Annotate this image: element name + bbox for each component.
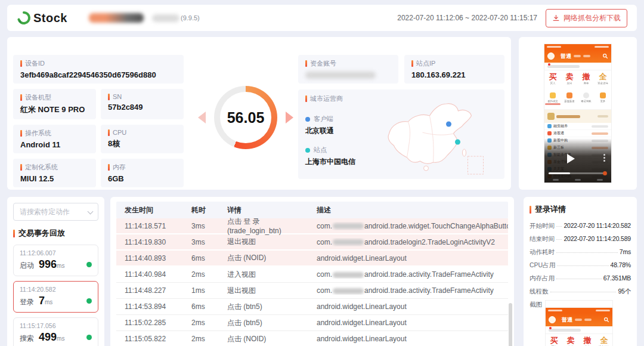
table-body: 11:14:18.571 3ms 点击 登 录(trade_login_btn)…: [116, 218, 508, 346]
table-row[interactable]: 11:14:19.830 3ms 退出视图 com.android.tradel…: [116, 234, 508, 251]
video-overlay: [544, 138, 611, 183]
menu-icon: [547, 124, 552, 128]
accent-bar: [411, 60, 413, 67]
phone-account-row: [544, 63, 611, 70]
phone-app-header: 普通: [544, 50, 611, 63]
gauge-prev-arrow[interactable]: [198, 112, 206, 123]
transaction-card[interactable]: 11:14:20.582 登录 7 ms: [13, 281, 98, 313]
redacted-package-segment: [333, 272, 364, 278]
accent-bar: [108, 164, 110, 171]
accent-bar: [108, 129, 110, 136]
transaction-duration: 7: [39, 295, 45, 307]
info-label: 设备机型: [25, 93, 51, 102]
device-info-card: 设备机型 红米 NOTE 9 PRO: [13, 89, 96, 119]
action-search-input[interactable]: [13, 203, 98, 221]
site-operator-value: 上海市中国电信: [305, 157, 355, 167]
table-row[interactable]: 11:15:02.285 2ms 点击 (btn5) android.widge…: [116, 315, 508, 331]
client-dot-icon: [305, 117, 310, 122]
gauge-next-arrow[interactable]: [286, 112, 293, 123]
transaction-list: 11:12:06.007 启动 996 ms 11:14:20.582 登录 7…: [13, 245, 98, 346]
table-row[interactable]: 11:15:05.822 2ms 点击 (NOID) android.widge…: [116, 331, 508, 346]
info-value: 180.163.69.221: [411, 70, 497, 79]
session-time-range: 2022-07-20 11:12:06 ~ 2022-07-20 11:15:1…: [397, 14, 537, 22]
info-value: 57b2c849: [108, 103, 177, 112]
phone-action: 全 资金持仓: [596, 334, 612, 346]
progress-handle[interactable]: [603, 171, 607, 175]
event-description: com.android.tradelogin2.TradeLoginActivi…: [308, 238, 508, 246]
info-label: 站点IP: [416, 59, 435, 68]
phone-status-bar: [544, 44, 611, 50]
event-cost: 3ms: [183, 222, 219, 230]
event-time: 11:14:48.227: [116, 286, 183, 295]
video-progress-bar[interactable]: [549, 172, 605, 174]
redacted-package-segment: [333, 223, 364, 229]
event-description: android.widget.LinearLayout: [308, 302, 508, 311]
event-time: 11:14:40.893: [116, 254, 183, 262]
detail-row: 线程数 95个: [530, 288, 631, 296]
duration-unit: ms: [57, 335, 64, 342]
detail-row: 动作耗时 7ms: [530, 248, 631, 257]
detail-label: 线程数: [530, 288, 549, 296]
info-value: 红米 NOTE 9 PRO: [20, 104, 89, 115]
accent-bar: [13, 230, 15, 237]
phone-menu-item: 融资融券: [544, 123, 611, 130]
event-description: com.android.trade.activity.TradeFrameAct…: [308, 270, 508, 279]
event-cost: 3ms: [183, 238, 219, 246]
event-detail: 点击 (NOID): [219, 253, 308, 263]
coin-icon: [547, 113, 555, 120]
event-description: android.widget.LinearLayout: [308, 254, 508, 262]
table-row[interactable]: 11:14:53.894 6ms 点击 (btn5) android.widge…: [116, 299, 508, 315]
phone-account-row: [546, 326, 612, 334]
phone-tool: 委托成交: [544, 91, 561, 109]
detail-value: 67.351MB: [603, 274, 631, 282]
client-operator: 客户端 北京联通: [305, 115, 355, 136]
site-ip-card: 站点IP 180.163.69.221: [404, 55, 504, 84]
table-header: 发生时间 耗时 详情 描述: [116, 202, 508, 218]
phone-menu-item: 港股通: [544, 130, 611, 137]
table-row[interactable]: 11:14:40.893 6ms 点击 (NOID) android.widge…: [116, 251, 508, 267]
more-options-icon[interactable]: [603, 154, 605, 163]
info-value: MIUI 12.5: [20, 174, 89, 183]
network-capture-download-button[interactable]: 网络抓包分析下载: [546, 9, 627, 27]
tool-icon: [550, 92, 556, 98]
transaction-time: 11:14:20.582: [20, 286, 92, 293]
search-icon: [602, 53, 608, 59]
event-cost: 2ms: [183, 270, 219, 279]
phone-action: 买 买入: [546, 334, 562, 346]
table-row[interactable]: 11:14:40.984 2ms 进入视图 com.android.trade.…: [116, 267, 508, 283]
fund-account-card: 资金账号: [298, 55, 398, 84]
event-cost: 2ms: [183, 319, 219, 327]
client-location-dot: [446, 122, 451, 127]
event-detail: 点击 登 录(trade_login_btn): [219, 217, 308, 235]
logo-text: Stock: [33, 11, 67, 25]
app-version: (9.9.5): [181, 14, 200, 21]
phone-status-bar: [546, 308, 612, 313]
event-time: 11:14:40.984: [116, 270, 183, 279]
detail-row: 内存占用 67.351MB: [530, 274, 631, 283]
transaction-playback-panel: 交易事务回放 11:12:06.007 启动 996 ms 11:14:20.5…: [7, 197, 104, 346]
play-icon[interactable]: [567, 154, 575, 163]
table-row[interactable]: 11:14:18.571 3ms 点击 登 录(trade_login_btn)…: [116, 218, 508, 234]
stock-logo-icon: [17, 11, 31, 25]
table-scrollbar[interactable]: [509, 303, 512, 346]
column-header-detail: 详情: [219, 205, 308, 215]
transaction-time: 11:15:17.056: [20, 322, 92, 329]
screenshot-label: 截图: [530, 301, 542, 346]
device-info-grid: 设备ID 3efb469a8caf2294546350d67596d880 设备…: [13, 55, 184, 187]
status-ok-dot: [86, 335, 92, 340]
event-detail: 进入视图: [219, 270, 308, 280]
detail-value: 48.78%: [611, 261, 631, 268]
login-screenshot-thumbnail[interactable]: 普通 买 买入 卖 卖出: [546, 301, 612, 346]
phone-action: 全 资金持仓: [595, 70, 611, 91]
detail-label: CPU占用: [530, 261, 555, 270]
phone-action: 卖 卖出: [562, 334, 579, 346]
transaction-card[interactable]: 11:15:17.056 搜索 499 ms: [13, 317, 98, 346]
info-label: 资金账号: [310, 59, 336, 68]
table-row[interactable]: 11:14:48.227 1ms 退出视图 com.android.trade.…: [116, 283, 508, 299]
device-info-card: 内存 6GB: [101, 159, 184, 187]
phone-action: 撤 撤单: [579, 334, 596, 346]
detail-label: 结束时间: [530, 235, 555, 243]
download-button-label: 网络抓包分析下载: [564, 13, 621, 23]
phone-promo-banner: [544, 110, 611, 123]
transaction-card[interactable]: 11:12:06.007 启动 996 ms: [13, 245, 98, 276]
